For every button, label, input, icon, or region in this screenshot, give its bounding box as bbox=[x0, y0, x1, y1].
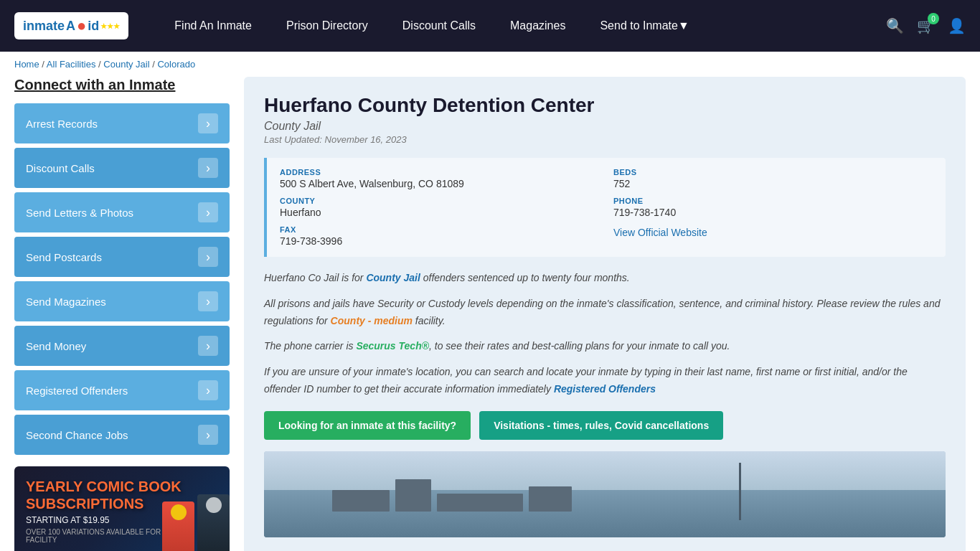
breadcrumb-all-facilities[interactable]: All Facilities bbox=[47, 59, 96, 70]
nav-discount-calls[interactable]: Discount Calls bbox=[385, 0, 493, 52]
sidebar-item-send-letters[interactable]: Send Letters & Photos › bbox=[14, 192, 230, 232]
sidebar-item-label: Arrest Records bbox=[26, 118, 98, 130]
navbar-actions: 🔍 🛒 0 👤 bbox=[886, 17, 966, 34]
fax-block: FAX 719-738-3996 bbox=[280, 225, 599, 247]
arrow-icon: › bbox=[198, 380, 218, 400]
sidebar: Connect with an Inmate Arrest Records › … bbox=[14, 77, 230, 551]
arrow-icon: › bbox=[198, 202, 218, 222]
fax-value: 719-738-3996 bbox=[280, 235, 599, 247]
cart-badge: 0 bbox=[928, 13, 939, 24]
official-website-link[interactable]: View Official Website bbox=[613, 227, 707, 238]
main-nav: Find An Inmate Prison Directory Discount… bbox=[157, 0, 886, 52]
sidebar-item-send-postcards[interactable]: Send Postcards › bbox=[14, 237, 230, 277]
nav-send-to-inmate[interactable]: Send to Inmate ▼ bbox=[583, 0, 706, 52]
nav-find-inmate[interactable]: Find An Inmate bbox=[157, 0, 269, 52]
fax-label: FAX bbox=[280, 225, 599, 234]
sidebar-advertisement[interactable]: YEARLY COMIC BOOK SUBSCRIPTIONS STARTING… bbox=[14, 466, 230, 551]
website-block: View Official Website bbox=[613, 225, 933, 247]
arrow-icon: › bbox=[198, 113, 218, 133]
facility-details-grid: ADDRESS 500 S Albert Ave, Walsenburg, CO… bbox=[264, 158, 946, 257]
ad-title-line1: YEARLY COMIC BOOK bbox=[26, 478, 218, 495]
county-medium-link[interactable]: County - medium bbox=[331, 315, 413, 326]
website-link[interactable]: View Official Website bbox=[613, 227, 933, 238]
beds-label: BEDS bbox=[613, 168, 933, 176]
address-value: 500 S Albert Ave, Walsenburg, CO 81089 bbox=[280, 178, 599, 189]
facility-photo bbox=[264, 451, 946, 537]
desc-p2: All prisons and jails have Security or C… bbox=[264, 296, 946, 330]
facility-type: County Jail bbox=[264, 120, 946, 133]
sidebar-item-label: Discount Calls bbox=[26, 162, 95, 174]
logo[interactable]: inmate A ● id ★★★ bbox=[14, 12, 128, 39]
cart-icon[interactable]: 🛒 0 bbox=[917, 17, 935, 34]
facility-updated: Last Updated: November 16, 2023 bbox=[264, 134, 946, 145]
desc-p1: Huerfano Co Jail is for County Jail offe… bbox=[264, 270, 946, 287]
breadcrumb-county-jail[interactable]: County Jail bbox=[103, 59, 149, 70]
county-label: COUNTY bbox=[280, 197, 599, 205]
sidebar-title: Connect with an Inmate bbox=[14, 77, 230, 93]
facility-description: Huerfano Co Jail is for County Jail offe… bbox=[264, 270, 946, 398]
arrow-icon: › bbox=[198, 158, 218, 178]
find-inmate-button[interactable]: Looking for an inmate at this facility? bbox=[264, 411, 471, 440]
main-content: Connect with an Inmate Arrest Records › … bbox=[0, 77, 980, 551]
search-icon[interactable]: 🔍 bbox=[886, 17, 904, 34]
sidebar-item-send-magazines[interactable]: Send Magazines › bbox=[14, 281, 230, 321]
securus-link[interactable]: Securus Tech® bbox=[356, 340, 429, 352]
desc-p4: If you are unsure of your inmate's locat… bbox=[264, 364, 946, 398]
phone-block: PHONE 719-738-1740 bbox=[613, 197, 933, 218]
county-block: COUNTY Huerfano bbox=[280, 197, 599, 218]
phone-value: 719-738-1740 bbox=[613, 207, 933, 218]
county-jail-link[interactable]: County Jail bbox=[366, 272, 420, 283]
phone-label: PHONE bbox=[613, 197, 933, 205]
facility-content: Huerfano County Detention Center County … bbox=[244, 77, 966, 551]
registered-offenders-link[interactable]: Registered Offenders bbox=[554, 383, 656, 395]
sidebar-item-label: Send Magazines bbox=[26, 296, 106, 308]
navbar: inmate A ● id ★★★ Find An Inmate Prison … bbox=[0, 0, 980, 52]
arrow-icon: › bbox=[198, 336, 218, 356]
facility-buttons: Looking for an inmate at this facility? … bbox=[264, 411, 946, 440]
breadcrumb: Home / All Facilities / County Jail / Co… bbox=[0, 52, 980, 77]
sidebar-item-label: Send Letters & Photos bbox=[26, 207, 133, 219]
arrow-icon: › bbox=[198, 247, 218, 267]
visitations-button[interactable]: Visitations - times, rules, Covid cancel… bbox=[479, 411, 723, 440]
arrow-icon: › bbox=[198, 291, 218, 311]
breadcrumb-home[interactable]: Home bbox=[14, 59, 39, 70]
sidebar-item-registered-offenders[interactable]: Registered Offenders › bbox=[14, 370, 230, 410]
address-block: ADDRESS 500 S Albert Ave, Walsenburg, CO… bbox=[280, 168, 599, 189]
sidebar-item-send-money[interactable]: Send Money › bbox=[14, 326, 230, 366]
beds-value: 752 bbox=[613, 178, 933, 189]
desc-p3: The phone carrier is Securus Tech®, to s… bbox=[264, 338, 946, 355]
sidebar-item-label: Second Chance Jobs bbox=[26, 429, 128, 441]
address-label: ADDRESS bbox=[280, 168, 599, 176]
arrow-icon: › bbox=[198, 425, 218, 445]
beds-block: BEDS 752 bbox=[613, 168, 933, 189]
sidebar-item-label: Send Postcards bbox=[26, 251, 102, 263]
nav-magazines[interactable]: Magazines bbox=[493, 0, 583, 52]
breadcrumb-colorado[interactable]: Colorado bbox=[157, 59, 195, 70]
sidebar-item-label: Registered Offenders bbox=[26, 385, 128, 397]
ad-heroes bbox=[162, 494, 230, 551]
facility-title: Huerfano County Detention Center bbox=[264, 94, 946, 117]
user-icon[interactable]: 👤 bbox=[948, 17, 966, 34]
nav-prison-directory[interactable]: Prison Directory bbox=[269, 0, 385, 52]
sidebar-item-discount-calls[interactable]: Discount Calls › bbox=[14, 148, 230, 188]
county-value: Huerfano bbox=[280, 207, 599, 218]
sidebar-item-arrest-records[interactable]: Arrest Records › bbox=[14, 103, 230, 143]
sidebar-item-second-chance-jobs[interactable]: Second Chance Jobs › bbox=[14, 415, 230, 455]
sidebar-item-label: Send Money bbox=[26, 340, 86, 352]
